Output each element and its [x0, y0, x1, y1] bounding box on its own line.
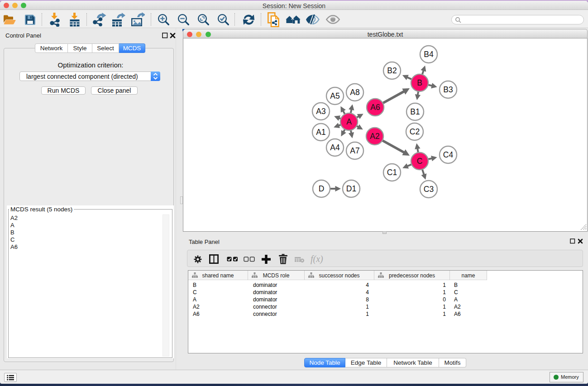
- svg-text:C2: C2: [410, 127, 420, 136]
- svg-text:A7: A7: [350, 146, 359, 155]
- svg-text:C4: C4: [443, 150, 454, 159]
- svg-text:A: A: [346, 117, 352, 126]
- svg-text:B4: B4: [424, 50, 434, 59]
- svg-text:B3: B3: [443, 85, 453, 94]
- svg-text:A2: A2: [370, 132, 379, 141]
- svg-text:B1: B1: [410, 107, 420, 116]
- svg-text:B: B: [417, 78, 422, 87]
- svg-text:C3: C3: [424, 185, 434, 194]
- svg-text:C: C: [417, 157, 423, 166]
- svg-text:A3: A3: [316, 107, 325, 116]
- svg-text:A6: A6: [370, 103, 380, 112]
- svg-text:A1: A1: [316, 128, 325, 137]
- svg-text:C1: C1: [387, 168, 397, 177]
- svg-text:D1: D1: [346, 184, 356, 193]
- svg-text:A8: A8: [350, 88, 359, 97]
- svg-text:B2: B2: [387, 66, 397, 75]
- svg-text:A4: A4: [330, 143, 340, 152]
- svg-text:D: D: [319, 184, 325, 193]
- svg-text:A5: A5: [330, 91, 339, 100]
